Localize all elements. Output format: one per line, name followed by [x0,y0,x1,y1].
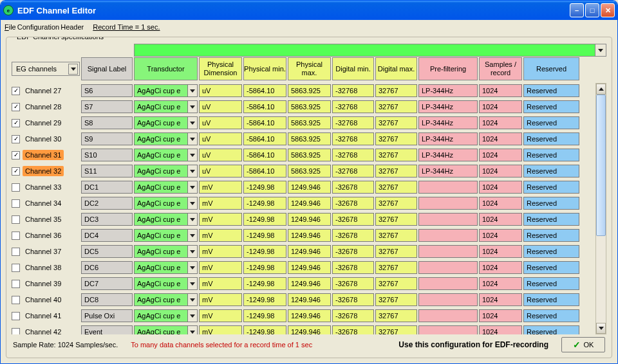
samples-cell[interactable]: 1024 [479,261,522,274]
channel-checkbox[interactable] [12,296,20,304]
samples-cell[interactable]: 1024 [479,245,522,258]
prefilter-cell[interactable] [418,261,478,274]
phys-dim-cell[interactable]: mV [199,229,242,242]
scrollbar[interactable] [595,83,606,334]
reserved-cell[interactable]: Reserved [523,132,579,145]
chevron-down-icon[interactable] [187,197,197,209]
channel-checkbox[interactable] [12,215,20,224]
close-button[interactable]: ✕ [601,3,615,17]
chevron-down-icon[interactable] [187,101,197,113]
menu-header[interactable]: Header [61,23,84,31]
dig-max-cell[interactable]: 32767 [375,277,417,290]
phys-dim-cell[interactable]: mV [199,213,242,226]
chevron-down-icon[interactable] [187,246,197,257]
phys-max-cell[interactable]: 1249.946 [288,197,331,210]
samples-cell[interactable]: 1024 [479,149,522,161]
phys-min-cell[interactable]: -1249.98 [243,181,286,194]
channel-checkbox[interactable] [12,280,20,288]
dig-min-cell[interactable]: -32768 [332,100,374,113]
dig-max-cell[interactable]: 32767 [375,213,417,226]
samples-cell[interactable]: 1024 [479,116,522,129]
dig-max-cell[interactable]: 32767 [375,261,417,274]
signal-label-cell[interactable]: S6 [81,84,133,97]
transductor-dropdown[interactable]: AgAgCi cup e [134,100,198,113]
prefilter-cell[interactable] [418,213,478,226]
signal-label-cell[interactable]: S10 [81,149,133,161]
dig-min-cell[interactable]: -32678 [332,261,374,274]
channel-checkbox[interactable]: ✓ [12,87,20,95]
dig-max-cell[interactable]: 32767 [375,84,417,97]
signal-label-cell[interactable]: DC2 [81,197,133,210]
chevron-down-icon[interactable] [187,165,197,177]
dig-min-cell[interactable]: -32678 [332,229,374,242]
reserved-cell[interactable]: Reserved [523,261,579,274]
phys-dim-cell[interactable]: uV [199,116,242,129]
channel-checkbox[interactable]: ✓ [12,167,20,176]
chevron-down-icon[interactable] [187,310,197,322]
chevron-down-icon[interactable] [187,262,197,273]
channel-checkbox[interactable] [12,328,20,335]
channel-checkbox[interactable] [12,312,20,320]
prefilter-cell[interactable] [418,245,478,258]
channels-dropdown[interactable]: EG channels [12,62,80,76]
phys-min-cell[interactable]: -5864.10 [243,149,286,161]
signal-label-cell[interactable]: Event [81,325,133,334]
prefilter-cell[interactable]: LP-344Hz [418,149,478,161]
phys-max-cell[interactable]: 5863.925 [288,132,331,145]
dig-max-cell[interactable]: 32767 [375,165,417,177]
phys-min-cell[interactable]: -1249.98 [243,197,286,210]
prefilter-cell[interactable]: LP-344Hz [418,132,478,145]
transductor-dropdown[interactable]: AgAgCi cup e [134,181,198,194]
prefilter-cell[interactable] [418,293,478,306]
phys-dim-cell[interactable]: uV [199,132,242,145]
samples-cell[interactable]: 1024 [479,132,522,145]
dig-min-cell[interactable]: -32678 [332,293,374,306]
prefilter-cell[interactable] [418,229,478,242]
samples-cell[interactable]: 1024 [479,197,522,210]
channel-checkbox[interactable] [12,264,20,272]
dig-max-cell[interactable]: 32767 [375,245,417,258]
chevron-down-icon[interactable] [187,230,197,241]
samples-cell[interactable]: 1024 [479,100,522,113]
phys-max-cell[interactable]: 5863.925 [288,84,331,97]
phys-min-cell[interactable]: -1249.98 [243,261,286,274]
channel-checkbox[interactable] [12,183,20,192]
chevron-down-icon[interactable] [187,181,197,193]
menu-record-time[interactable]: Record Time = 1 sec. [93,23,160,31]
chevron-down-icon[interactable] [187,85,197,96]
phys-dim-cell[interactable]: mV [199,309,242,322]
chevron-down-icon[interactable] [187,278,197,289]
dig-min-cell[interactable]: -32678 [332,245,374,258]
dig-max-cell[interactable]: 32767 [375,116,417,129]
phys-max-cell[interactable]: 5863.925 [288,100,331,113]
reserved-cell[interactable]: Reserved [523,84,579,97]
reserved-cell[interactable]: Reserved [523,100,579,113]
phys-min-cell[interactable]: -5864.10 [243,165,286,177]
samples-cell[interactable]: 1024 [479,309,522,322]
phys-max-cell[interactable]: 1249.946 [288,213,331,226]
dig-max-cell[interactable]: 32767 [375,132,417,145]
reserved-cell[interactable]: Reserved [523,293,579,306]
phys-dim-cell[interactable]: mV [199,245,242,258]
phys-min-cell[interactable]: -1249.98 [243,325,286,334]
scroll-track[interactable] [596,95,606,323]
dig-max-cell[interactable]: 32767 [375,149,417,161]
prefilter-cell[interactable]: LP-344Hz [418,84,478,97]
prefilter-cell[interactable] [418,277,478,290]
phys-dim-cell[interactable]: uV [199,165,242,177]
dig-min-cell[interactable]: -32768 [332,84,374,97]
dig-max-cell[interactable]: 32767 [375,197,417,210]
phys-min-cell[interactable]: -1249.98 [243,277,286,290]
dig-min-cell[interactable]: -32678 [332,197,374,210]
phys-min-cell[interactable]: -5864.10 [243,100,286,113]
scroll-up-button[interactable] [596,84,606,95]
channel-checkbox[interactable]: ✓ [12,119,20,127]
phys-dim-cell[interactable]: uV [199,84,242,97]
menu-file[interactable]: File [5,23,16,31]
dig-min-cell[interactable]: -32768 [332,165,374,177]
transductor-dropdown[interactable]: AgAgCi cup e [134,213,198,226]
signal-label-cell[interactable]: DC4 [81,229,133,242]
signal-label-cell[interactable]: S8 [81,116,133,129]
phys-min-cell[interactable]: -5864.10 [243,132,286,145]
signal-label-cell[interactable]: DC6 [81,261,133,274]
